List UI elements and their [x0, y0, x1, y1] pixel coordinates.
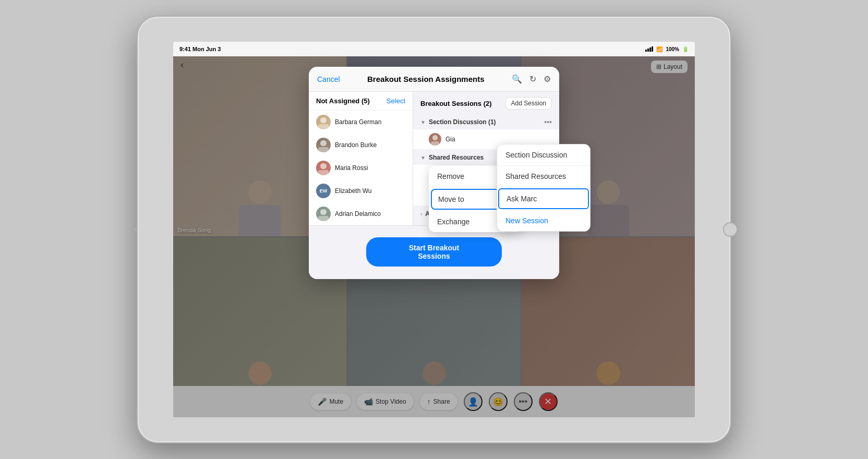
- participant-item-brandon[interactable]: Brandon Burke: [309, 134, 413, 156]
- modal-footer: Start Breakout Sessions: [309, 225, 559, 279]
- participant-name-gia: Gia: [445, 136, 552, 143]
- participant-item-barbara[interactable]: Barbara German: [309, 111, 413, 134]
- home-button[interactable]: [723, 222, 738, 237]
- chevron-askmarc-icon: ›: [420, 211, 422, 217]
- breakout-title: Breakout Sessions (2): [420, 100, 492, 107]
- avatar-gia: [429, 133, 441, 146]
- ipad-frame: 9:41 Mon Jun 3 📶 100% 🔋 ‹ ⊞ Layout: [137, 16, 731, 443]
- status-bar: 9:41 Mon Jun 3 📶 100% 🔋: [173, 42, 695, 56]
- search-button[interactable]: 🔍: [512, 74, 522, 84]
- signal-bar-2: [647, 49, 649, 52]
- signal-bar-4: [652, 46, 653, 52]
- participant-name-maria: Maria Rossi: [335, 164, 368, 172]
- status-time: 9:41 Mon Jun 3: [179, 46, 221, 52]
- submenu-shared-resources[interactable]: Shared Resources: [497, 166, 590, 187]
- search-icon: 🔍: [512, 75, 522, 83]
- breakout-sessions-header: Breakout Sessions (2) Add Session: [413, 92, 559, 115]
- session-name-section: Section Discussion (1): [429, 118, 541, 126]
- chevron-down-icon: ▼: [420, 119, 426, 125]
- avatar-maria: [316, 161, 331, 175]
- session-header-section[interactable]: ▼ Section Discussion (1) •••: [413, 115, 559, 129]
- modal-title: Breakout Session Assignments: [367, 75, 485, 83]
- refresh-button[interactable]: ↻: [529, 74, 536, 84]
- modal-header: Cancel Breakout Session Assignments 🔍 ↻ …: [309, 67, 559, 92]
- not-assigned-panel: Not Assigned (5) Select Barbar: [309, 92, 413, 225]
- select-button[interactable]: Select: [387, 97, 405, 105]
- status-bar-left: 9:41 Mon Jun 3: [179, 46, 221, 52]
- participant-item-maria[interactable]: Maria Rossi: [309, 156, 413, 179]
- submenu: Section Discussion Shared Resources Ask …: [497, 144, 590, 232]
- participant-item-adrian[interactable]: Adrian Delamico: [309, 202, 413, 225]
- modal-overlay: Cancel Breakout Session Assignments 🔍 ↻ …: [173, 56, 695, 417]
- refresh-icon: ↻: [529, 75, 536, 83]
- add-session-button[interactable]: Add Session: [505, 97, 552, 110]
- avatar-adrian: [316, 207, 331, 221]
- wifi-icon: 📶: [656, 46, 662, 52]
- participant-name-adrian: Adrian Delamico: [335, 210, 381, 218]
- start-breakout-button[interactable]: Start Breakout Sessions: [366, 237, 502, 267]
- settings-button[interactable]: ⚙: [544, 74, 551, 84]
- side-dot: [134, 228, 137, 231]
- session-more-icon[interactable]: •••: [544, 118, 552, 126]
- participant-item-elizabeth[interactable]: EW Elizabeth Wu: [309, 179, 413, 202]
- signal-bar-1: [645, 50, 647, 52]
- avatar-barbara: [316, 115, 331, 129]
- status-bar-right: 📶 100% 🔋: [645, 46, 689, 52]
- not-assigned-title: Not Assigned (5): [316, 97, 370, 105]
- participant-name-barbara: Barbara German: [335, 118, 381, 126]
- not-assigned-header: Not Assigned (5) Select: [309, 92, 413, 111]
- signal-bar-3: [649, 47, 651, 52]
- gear-icon: ⚙: [544, 75, 551, 83]
- cancel-button[interactable]: Cancel: [317, 75, 340, 83]
- avatar-brandon: [316, 138, 331, 152]
- submenu-new-session[interactable]: New Session: [497, 210, 590, 231]
- participant-name-elizabeth: Elizabeth Wu: [335, 187, 371, 195]
- modal-icons: 🔍 ↻ ⚙: [512, 74, 551, 84]
- participant-name-brandon: Brandon Burke: [335, 141, 377, 149]
- submenu-section-discussion[interactable]: Section Discussion: [497, 144, 590, 166]
- battery-percent: 100%: [666, 46, 679, 52]
- ipad-screen: 9:41 Mon Jun 3 📶 100% 🔋 ‹ ⊞ Layout: [173, 42, 695, 417]
- submenu-ask-marc[interactable]: Ask Marc: [498, 188, 589, 209]
- avatar-elizabeth: EW: [316, 184, 331, 198]
- chevron-right-icon: ▼: [420, 155, 426, 161]
- signal-bars: [645, 46, 653, 52]
- battery-icon: 🔋: [682, 46, 689, 52]
